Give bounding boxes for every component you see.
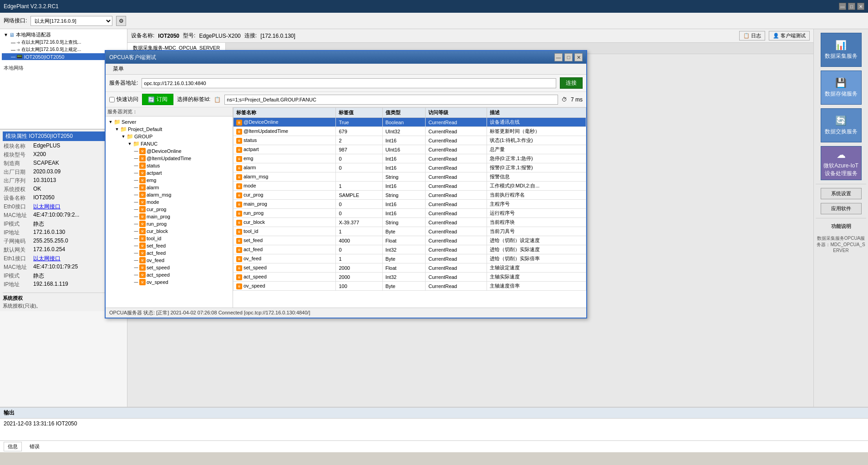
table-row[interactable]: ※status 2 Int16 CurrentRead 状态(1:待机,3:作业…: [233, 136, 586, 145]
app-software-btn[interactable]: 应用软件: [821, 203, 862, 214]
col-desc: 描述: [487, 108, 586, 118]
cell-type: Int16: [382, 136, 426, 145]
dialog-minimize[interactable]: —: [554, 53, 563, 61]
tree-node-alarm_msg[interactable]: —※alarm_msg: [107, 191, 231, 198]
bottom-panel: 输出 2021-12-03 13:31:16 IOT2050 信息 错误: [0, 407, 868, 452]
row-type-icon: ※: [236, 211, 242, 217]
cell-desc: 报警(0:正常,1:报警): [487, 163, 586, 172]
menu-item-main[interactable]: 菜单: [109, 64, 127, 74]
gear-button[interactable]: ⚙: [116, 16, 126, 26]
tree-node-act_speed[interactable]: —※act_speed: [107, 271, 231, 278]
log-btn[interactable]: 📋 日志: [739, 31, 765, 40]
tab-info[interactable]: 信息: [4, 442, 22, 451]
table-row[interactable]: ※set_feed 4000 Float CurrentRead 进给（切削）设…: [233, 236, 586, 245]
fast-access-checkbox[interactable]: [109, 97, 115, 102]
tree-node-tool_id[interactable]: —※tool_id: [107, 235, 231, 242]
connection-value: [172.16.0.130]: [260, 33, 295, 39]
data-storage-btn[interactable]: 💾 数据存储服务: [821, 71, 862, 105]
table-row[interactable]: ※act_speed 2000 Int32 CurrentRead 主轴实际速度: [233, 273, 586, 282]
tree-node-Server[interactable]: ▼📁Server: [107, 118, 231, 126]
cell-access: CurrentRead: [426, 127, 487, 136]
col-access: 访问等级: [426, 108, 487, 118]
close-btn[interactable]: ✕: [857, 3, 864, 10]
azure-iot-btn[interactable]: ☁ 微软Azure-IoT设备处理服务: [821, 146, 862, 180]
prop-name: 出厂序列: [4, 177, 33, 185]
table-row[interactable]: ※cur_prog SAMPLE String CurrentRead 当前执行…: [233, 191, 586, 200]
tree-node-cur_block[interactable]: —※cur_block: [107, 227, 231, 235]
tree-node-emg[interactable]: —※emg: [107, 177, 231, 184]
dialog-title: OPCUA客户端测试: [109, 54, 156, 61]
exchange-label: 数据交换服务: [825, 128, 858, 136]
data-exchange-btn[interactable]: 🔄 数据交换服务: [821, 108, 862, 142]
maximize-btn[interactable]: □: [848, 3, 855, 10]
title-bar: EdgePlant V2.3.2.RC1 — □ ✕: [0, 0, 868, 13]
node-label: act_feed: [147, 250, 166, 256]
tree-node-main_prog[interactable]: —※main_prog: [107, 213, 231, 220]
tree-node-GROUP[interactable]: ▼📁GROUP: [107, 133, 231, 140]
tree-node-cur_prog[interactable]: —※cur_prog: [107, 206, 231, 213]
table-row[interactable]: ※set_speed 2000 Float CurrentRead 主轴设定速度: [233, 263, 586, 273]
table-row[interactable]: ※mode 1 Int16 CurrentRead 工作模式(0:MDI,2:自…: [233, 182, 586, 191]
tree-node-set_feed[interactable]: —※set_feed: [107, 242, 231, 249]
cell-desc: 进给（切削）实际速度: [487, 245, 586, 254]
cell-value: 0: [336, 200, 382, 209]
dialog-maximize[interactable]: □: [564, 53, 573, 61]
tree-node-Project_Default[interactable]: ▼📁Project_Default: [107, 126, 231, 133]
tag-icon: ※: [139, 148, 146, 154]
table-row[interactable]: ※ov_feed 1 Byte CurrentRead 进给（切削）实际倍率: [233, 254, 586, 263]
table-row[interactable]: ※ov_speed 100 Byte CurrentRead 主轴速度倍率: [233, 282, 586, 291]
tree-node-alarm[interactable]: —※alarm: [107, 184, 231, 191]
tree-node-DeviceOnline[interactable]: —※@DeviceOnline: [107, 147, 231, 155]
tree-node-act_feed[interactable]: —※act_feed: [107, 249, 231, 257]
system-settings-btn[interactable]: 系统设置: [821, 188, 862, 199]
subscribe-btn[interactable]: 🔄 订阅: [142, 94, 173, 105]
table-row[interactable]: ※alarm 0 Int16 CurrentRead 报警(0:正常,1:报警): [233, 163, 586, 172]
dialog-close[interactable]: ✕: [574, 53, 583, 61]
opcua-tree-panel: 服务器浏览： ▼📁Server▼📁Project_Default▼📁GROUP▼…: [106, 107, 233, 308]
data-collection-btn[interactable]: 📊 数据采集服务: [821, 33, 862, 67]
cell-access: CurrentRead: [426, 172, 487, 182]
right-sidebar: 📊 数据采集服务 💾 数据存储服务 🔄 数据交换服务 ☁ 微软Azure-IoT…: [813, 29, 868, 407]
local-network-adapter[interactable]: ▼ 🖥 本地网络适配器: [2, 31, 125, 39]
node-label: main_prog: [147, 214, 170, 219]
client-test-btn[interactable]: 👤 客户端测试: [769, 31, 810, 40]
tag-id-input[interactable]: [224, 95, 558, 105]
table-row[interactable]: ※cur_block X-39.377 String CurrentRead 当…: [233, 218, 586, 227]
table-row[interactable]: ※act_feed 0 Int32 CurrentRead 进给（切削）实际速度: [233, 245, 586, 254]
table-row[interactable]: ※@DeviceOnline True Boolean CurrentRead …: [233, 118, 586, 127]
tree-node-set_speed[interactable]: —※set_speed: [107, 264, 231, 271]
cell-name: ※set_feed: [233, 236, 336, 245]
minimize-btn[interactable]: —: [839, 3, 846, 10]
expand-arrow: —: [133, 243, 139, 248]
connect-btn[interactable]: 连接: [560, 77, 583, 89]
prop-value: 4E:47:10:01:79:25: [33, 263, 78, 271]
network-select[interactable]: 以太网[172.16.0.9]: [30, 16, 112, 26]
table-row[interactable]: ※@ItemUpdatedTime 679 UInt32 CurrentRead…: [233, 127, 586, 136]
tab-error[interactable]: 错误: [25, 442, 44, 451]
cell-access: CurrentRead: [426, 209, 487, 218]
table-row[interactable]: ※run_prog 0 Int16 CurrentRead 运行程序号: [233, 209, 586, 218]
tag-icon: ※: [139, 170, 146, 176]
tree-find-network[interactable]: — ➜ 在以太网[172.16.0.9]上查找...: [2, 39, 125, 46]
tree-node-run_prog[interactable]: —※run_prog: [107, 220, 231, 227]
tag-id-label: 选择的标签Id:: [177, 96, 210, 103]
cell-access: CurrentRead: [426, 182, 487, 191]
prop-value[interactable]: 以太网接口: [33, 203, 61, 211]
cell-type: Byte: [382, 282, 426, 291]
tree-node-FANUC[interactable]: ▼📁FANUC: [107, 140, 231, 147]
tree-node-ov_speed[interactable]: —※ov_speed: [107, 278, 231, 286]
table-row[interactable]: ※alarm_msg String CurrentRead 报警信息: [233, 172, 586, 182]
table-row[interactable]: ※tool_id 1 Byte CurrentRead 当前刀具号: [233, 227, 586, 236]
tree-node-mode[interactable]: —※mode: [107, 198, 231, 206]
prop-value[interactable]: 以太网接口: [33, 255, 61, 263]
table-row[interactable]: ※actpart 987 UInt16 CurrentRead 总产量: [233, 145, 586, 154]
table-row[interactable]: ※main_prog 0 Int16 CurrentRead 主程序号: [233, 200, 586, 209]
tree-node-actpart[interactable]: —※actpart: [107, 169, 231, 177]
tree-node-status[interactable]: —※status: [107, 162, 231, 169]
tree-node-ov_feed[interactable]: —※ov_feed: [107, 257, 231, 264]
addr-input[interactable]: [142, 78, 556, 88]
prop-name: IP地址: [4, 229, 33, 237]
tree-node-ItemUpdatedTime[interactable]: —※@ItemUpdatedTime: [107, 155, 231, 162]
tag-icon: ※: [139, 221, 146, 227]
table-row[interactable]: ※emg 0 Int16 CurrentRead 急停(0:正常,1:急停): [233, 154, 586, 163]
